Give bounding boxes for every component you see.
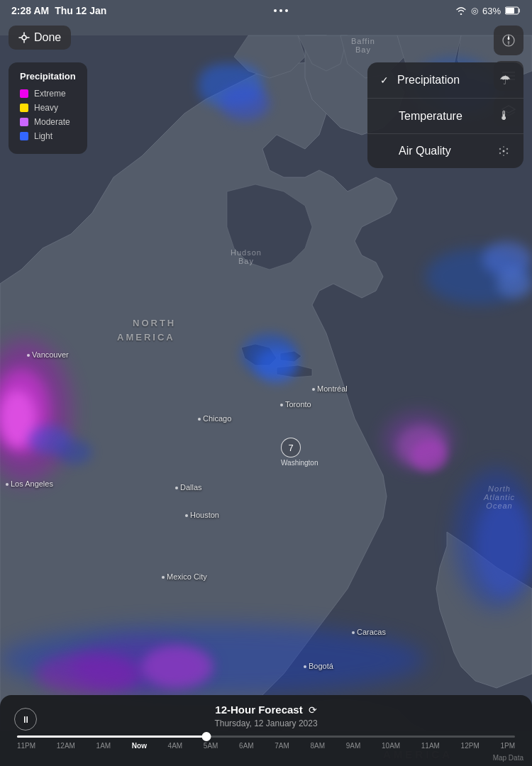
hudson-bay-label: HudsonBay (231, 248, 262, 265)
status-center-dots (274, 9, 288, 12)
time-label-12am: 12AM (57, 742, 75, 750)
precipitation-menu-icon: ☂ (499, 72, 511, 88)
status-right: ◎ 63% (455, 6, 521, 16)
slider-thumb[interactable] (201, 732, 211, 741)
time-labels: 11PM 12AM 1AM Now 4AM 5AM 6AM 7AM 8AM 9A… (17, 742, 515, 750)
city-label-montreal: Montréal (312, 384, 348, 393)
done-button[interactable]: Done (9, 26, 71, 50)
north-america-label-america: AMERICA (117, 332, 175, 343)
slider-track (17, 736, 515, 738)
time-label-1am: 1AM (96, 742, 111, 750)
time-label-8am: 8AM (311, 742, 326, 750)
legend-item-heavy: Heavy (20, 103, 76, 113)
legend-item-moderate: Moderate (20, 117, 76, 127)
location-icon: ◎ (471, 6, 478, 16)
air-quality-menu-icon (497, 144, 511, 158)
forecast-subtitle: Thursday, 12 January 2023 (14, 718, 518, 728)
wifi-icon (455, 6, 467, 15)
forecast-header: 12-Hour Forecast ⟳ (14, 704, 518, 716)
city-label-losangeles: Los Angeles (6, 479, 53, 488)
north-atlantic-ocean-label: NorthAtlanticOcean (484, 484, 515, 510)
menu-item-left-precip: ✓ Precipitation (380, 74, 460, 87)
dot1 (274, 9, 277, 12)
map-data-link[interactable]: Map Data (493, 754, 523, 762)
legend-label-light: Light (34, 131, 52, 141)
city-label-chicago: Chicago (198, 414, 231, 423)
layer-menu: ✓ Precipitation ☂ Temperature 🌡 Air Qual… (367, 62, 523, 168)
compass-icon (501, 33, 516, 48)
city-label-vancouver: Vancouver (27, 350, 69, 359)
status-date: Thu 12 Jan (55, 5, 106, 16)
slider-fill (17, 736, 206, 738)
time-label-now: Now (132, 742, 147, 750)
time-label-1pm: 1PM (500, 742, 515, 750)
temperature-menu-icon: 🌡 (498, 109, 511, 123)
forecast-title: 12-Hour Forecast (215, 704, 302, 716)
time-label-4am: 4AM (168, 742, 183, 750)
bottom-bar: ⏸ 12-Hour Forecast ⟳ Thursday, 12 Januar… (0, 695, 532, 766)
svg-point-13 (503, 146, 504, 148)
legend-label-extreme: Extreme (34, 89, 66, 99)
legend-title: Precipitation (20, 71, 76, 82)
forecast-update-icon: ⟳ (309, 704, 317, 716)
city-label-toronto: Toronto (280, 400, 311, 409)
svg-rect-2 (506, 8, 514, 13)
legend-swatch-moderate (20, 118, 28, 126)
time-label-11am: 11AM (421, 742, 440, 750)
legend-swatch-light (20, 132, 28, 140)
washington-label: Washington (281, 459, 318, 467)
legend-label-moderate: Moderate (34, 117, 70, 127)
menu-item-airquality[interactable]: Air Quality (367, 134, 523, 168)
svg-point-3 (22, 35, 26, 40)
legend-swatch-extreme (20, 89, 28, 98)
battery-icon (505, 6, 521, 15)
time-label-5am: 5AM (204, 742, 218, 750)
legend-item-light: Light (20, 131, 76, 141)
crosshair-icon (18, 32, 30, 43)
dot2 (279, 9, 282, 12)
washington-number-circle: 7 (281, 438, 301, 457)
time-label-11pm: 11PM (17, 742, 35, 750)
svg-point-9 (499, 148, 501, 150)
time-label-7am: 7AM (275, 742, 289, 750)
status-time: 2:28 AM (11, 5, 49, 16)
svg-point-14 (503, 155, 504, 156)
city-label-mexicocity: Mexico City (162, 572, 207, 581)
svg-point-10 (506, 148, 508, 150)
north-america-label-north: NORTH (133, 318, 176, 328)
checkmark-precipitation: ✓ (380, 74, 389, 86)
menu-label-airquality: Air Quality (399, 145, 451, 157)
washington-number: 7 (288, 443, 293, 453)
play-pause-icon: ⏸ (21, 714, 31, 725)
time-label-9am: 9AM (346, 742, 361, 750)
menu-item-left-temp: Temperature (380, 110, 462, 123)
legend-swatch-heavy (20, 104, 28, 112)
menu-label-temperature: Temperature (399, 110, 462, 123)
city-label-houston: Houston (185, 511, 219, 519)
map-data-label: Map Data (493, 754, 523, 762)
menu-label-precipitation: Precipitation (397, 74, 460, 87)
city-label-caracas: Caracas (352, 628, 386, 636)
compass-button[interactable] (494, 26, 523, 55)
legend: Precipitation Extreme Heavy Moderate Lig… (9, 62, 87, 154)
city-label-dallas: Dallas (175, 483, 202, 492)
washington-badge: 7 Washington (281, 438, 318, 467)
time-label-12pm: 12PM (461, 742, 480, 750)
status-bar: 2:28 AM Thu 12 Jan ◎ 63% (0, 0, 532, 21)
dot3 (285, 9, 288, 12)
legend-item-extreme: Extreme (20, 89, 76, 99)
menu-item-left-air: Air Quality (380, 145, 451, 157)
svg-point-12 (506, 152, 508, 154)
time-label-10am: 10AM (382, 742, 400, 750)
done-label: Done (34, 31, 61, 44)
battery-percent: 63% (482, 6, 501, 16)
city-label-bogota: Bogotá (304, 662, 333, 670)
time-label-6am: 6AM (239, 742, 254, 750)
legend-label-heavy: Heavy (34, 103, 58, 113)
svg-point-11 (499, 152, 501, 154)
svg-point-8 (503, 150, 505, 152)
menu-item-temperature[interactable]: Temperature 🌡 (367, 99, 523, 134)
timeline-slider[interactable]: 11PM 12AM 1AM Now 4AM 5AM 6AM 7AM 8AM 9A… (14, 736, 518, 750)
menu-item-precipitation[interactable]: ✓ Precipitation ☂ (367, 62, 523, 99)
play-pause-button[interactable]: ⏸ (14, 708, 37, 731)
